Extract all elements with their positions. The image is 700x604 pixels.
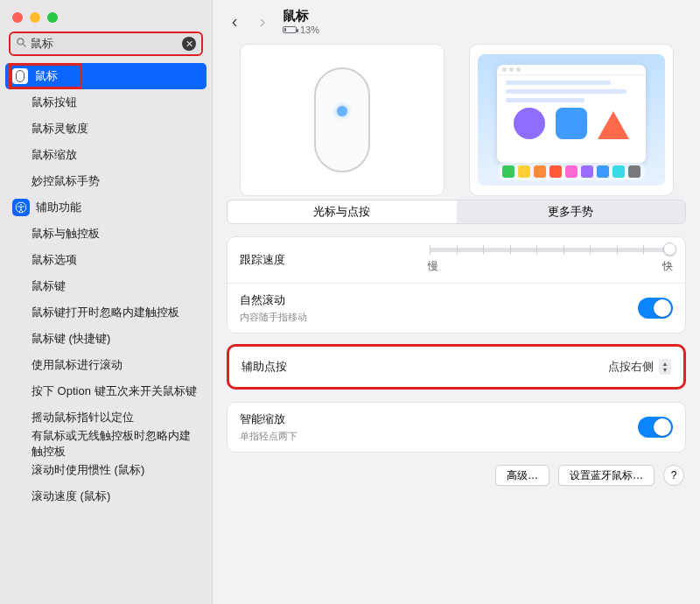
- header: ‹ › 鼠标 13%: [213, 0, 700, 42]
- sidebar-item-1[interactable]: 鼠标按钮: [5, 89, 206, 116]
- sidebar-item-0[interactable]: 鼠标: [5, 63, 206, 89]
- nav-back-button[interactable]: ‹: [221, 10, 248, 32]
- tracking-speed-slider[interactable]: [430, 248, 671, 252]
- natural-scroll-toggle[interactable]: [638, 298, 673, 319]
- sidebar-item-label: 鼠标与触控板: [32, 226, 100, 242]
- svg-point-0: [18, 39, 24, 45]
- accessibility-icon: [12, 199, 30, 216]
- mouse-illustration: [314, 67, 370, 172]
- secondary-click-value: 点按右侧: [608, 359, 654, 375]
- sidebar-item-12[interactable]: 按下 Option 键五次来开关鼠标键: [5, 378, 206, 404]
- sidebar-item-11[interactable]: 使用鼠标进行滚动: [5, 352, 206, 378]
- dock-app-icon: [628, 165, 640, 178]
- sidebar-item-14[interactable]: 有鼠标或无线触控板时忽略内建触控板: [5, 431, 206, 457]
- zoom-window-button[interactable]: [47, 12, 58, 23]
- sidebar-item-label: 鼠标灵敏度: [32, 121, 88, 137]
- sidebar-item-13[interactable]: 摇动鼠标指针以定位: [5, 404, 206, 431]
- dock-app-icon: [612, 165, 625, 178]
- svg-point-4: [20, 204, 22, 206]
- mini-dock-illustration: [498, 163, 645, 180]
- smart-zoom-toggle[interactable]: [638, 417, 673, 438]
- dock-app-icon: [534, 165, 546, 178]
- sidebar-item-9[interactable]: 鼠标键打开时忽略内建触控板: [5, 299, 206, 326]
- sidebar-item-7[interactable]: 鼠标选项: [5, 247, 206, 273]
- sidebar-item-label: 滚动时使用惯性 (鼠标): [32, 462, 144, 478]
- slider-min-label: 慢: [428, 259, 438, 274]
- preview-desktop: [469, 44, 674, 196]
- sidebar-item-label: 鼠标键 (快捷键): [32, 331, 110, 347]
- secondary-click-label: 辅助点按: [242, 359, 608, 375]
- mouse-icon: [12, 68, 28, 84]
- preview-row: [227, 44, 686, 196]
- sidebar-item-label: 使用鼠标进行滚动: [32, 357, 122, 373]
- slider-thumb[interactable]: [663, 242, 676, 256]
- tab-point-and-click[interactable]: 光标与点按: [228, 200, 457, 223]
- tab-bar: 光标与点按 更多手势: [227, 200, 686, 224]
- row-smart-zoom: 智能缩放 单指轻点两下: [228, 403, 685, 452]
- mouse-touch-dot-icon: [337, 106, 347, 116]
- triangle-shape-icon: [598, 111, 629, 139]
- page-title: 鼠标: [283, 8, 319, 25]
- sidebar-item-8[interactable]: 鼠标键: [5, 273, 206, 299]
- sidebar-list: 鼠标鼠标按钮鼠标灵敏度鼠标缩放妙控鼠标手势辅助功能鼠标与触控板鼠标选项鼠标键鼠标…: [0, 56, 212, 604]
- sidebar-item-label: 滚动速度 (鼠标): [32, 488, 110, 504]
- square-shape-icon: [556, 108, 587, 139]
- minimize-window-button[interactable]: [30, 12, 40, 23]
- sidebar-item-label: 有鼠标或无线触控板时忽略内建触控板: [32, 428, 200, 460]
- slider-max-label: 快: [662, 259, 673, 274]
- sidebar-item-6[interactable]: 鼠标与触控板: [5, 221, 206, 247]
- settings-panel-1: 跟踪速度 慢 快 自然滚动 内容随手指移动: [227, 236, 686, 334]
- dock-app-icon: [518, 165, 530, 178]
- search-icon: [16, 37, 27, 51]
- sidebar-item-4[interactable]: 妙控鼠标手势: [5, 168, 206, 194]
- help-button[interactable]: ?: [663, 465, 684, 486]
- natural-scroll-label: 自然滚动: [240, 292, 638, 308]
- sidebar-item-label: 辅助功能: [36, 200, 81, 215]
- sidebar-item-16[interactable]: 滚动速度 (鼠标): [5, 483, 206, 509]
- sidebar-item-2[interactable]: 鼠标灵敏度: [5, 116, 206, 142]
- natural-scroll-sub: 内容随手指移动: [240, 311, 638, 324]
- sidebar-item-label: 鼠标选项: [32, 252, 77, 268]
- sidebar-item-10[interactable]: 鼠标键 (快捷键): [5, 326, 206, 352]
- sidebar-item-label: 按下 Option 键五次来开关鼠标键: [32, 383, 197, 399]
- advanced-button[interactable]: 高级…: [495, 465, 550, 486]
- battery-text: 13%: [300, 25, 319, 35]
- battery-icon: [283, 26, 297, 33]
- secondary-click-select[interactable]: 点按右侧 ▲▼: [608, 359, 671, 375]
- sidebar-item-label: 摇动鼠标指针以定位: [32, 410, 134, 425]
- sidebar-item-label: 妙控鼠标手势: [32, 173, 100, 189]
- smart-zoom-sub: 单指轻点两下: [240, 430, 638, 443]
- svg-line-1: [23, 44, 25, 46]
- tab-more-gestures[interactable]: 更多手势: [457, 200, 686, 223]
- sidebar-item-label: 鼠标: [35, 68, 58, 84]
- sidebar-item-label: 鼠标缩放: [32, 147, 77, 163]
- dock-app-icon: [550, 165, 562, 178]
- nav-forward-button[interactable]: ›: [249, 10, 276, 32]
- svg-rect-2: [17, 71, 24, 82]
- dock-app-icon: [581, 165, 593, 178]
- dock-app-icon: [597, 165, 609, 178]
- settings-panel-secondary-click: 辅助点按 点按右侧 ▲▼: [227, 344, 686, 390]
- sidebar-item-5[interactable]: 辅助功能: [5, 194, 206, 221]
- search-input[interactable]: [31, 38, 182, 51]
- content: ‹ › 鼠标 13%: [213, 0, 700, 604]
- clear-search-icon[interactable]: ✕: [182, 37, 196, 51]
- smart-zoom-label: 智能缩放: [240, 411, 638, 427]
- battery-status: 13%: [283, 25, 319, 35]
- window-controls: [0, 0, 212, 32]
- bluetooth-mouse-button[interactable]: 设置蓝牙鼠标…: [558, 465, 654, 486]
- sidebar: ✕ 鼠标鼠标按钮鼠标灵敏度鼠标缩放妙控鼠标手势辅助功能鼠标与触控板鼠标选项鼠标键…: [0, 0, 213, 604]
- preview-mouse: [240, 44, 444, 196]
- sidebar-item-3[interactable]: 鼠标缩放: [5, 142, 206, 168]
- search-box[interactable]: ✕: [9, 32, 203, 56]
- mini-window-illustration: [497, 65, 646, 163]
- circle-shape-icon: [514, 108, 545, 139]
- sidebar-item-label: 鼠标键: [32, 278, 66, 294]
- sidebar-item-15[interactable]: 滚动时使用惯性 (鼠标): [5, 457, 206, 483]
- sidebar-item-label: 鼠标键打开时忽略内建触控板: [32, 305, 179, 320]
- dock-app-icon: [565, 165, 578, 178]
- close-window-button[interactable]: [12, 12, 23, 23]
- footer-buttons: 高级… 设置蓝牙鼠标… ?: [227, 465, 686, 486]
- row-secondary-click: 辅助点按 点按右侧 ▲▼: [229, 347, 683, 387]
- tracking-speed-label: 跟踪速度: [240, 252, 428, 268]
